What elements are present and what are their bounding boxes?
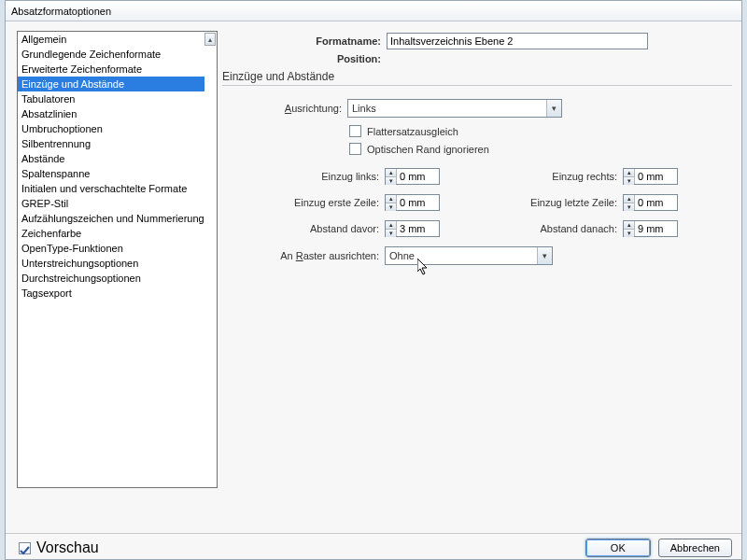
ausrichtung-value: Links [348,103,546,114]
sidebar-item-label: Tabulatoren [21,93,76,105]
spin-down-icon[interactable]: ▾ [386,176,396,185]
sidebar-item-label: Allgemein [21,34,66,45]
sidebar-item-label: Silbentrennung [21,138,91,149]
titlebar: Absatzformatoptionen [6,1,741,21]
spin-up-icon[interactable]: ▴ [624,195,634,203]
sidebar-item-umbruchoptionen[interactable]: Umbruchoptionen [18,121,204,136]
formatname-input[interactable] [387,33,648,49]
vorschau-label: Vorschau [36,539,99,556]
sidebar-item-aufzaehlung[interactable]: Aufzählungszeichen und Nummerierung [18,211,204,226]
sidebar-item-zeichenfarbe[interactable]: Zeichenfarbe [18,226,204,241]
sidebar-item-label: Unterstreichungsoptionen [21,258,138,269]
sidebar-item-allgemein[interactable]: Allgemein [18,32,204,47]
optischer-rand-label: Optischen Rand ignorieren [367,144,489,155]
flattersatz-label: Flattersatzausgleich [367,126,458,137]
spin-down-icon[interactable]: ▾ [386,203,396,211]
sidebar-item-label: Einzüge und Abstände [21,78,124,90]
category-listbox[interactable]: ▴ Allgemein Grundlegende Zeichenformate … [17,31,218,488]
spin-down-icon[interactable]: ▾ [624,203,634,211]
chevron-down-icon: ▾ [537,247,552,264]
sidebar-item-label: Absatzlinien [21,108,77,119]
sidebar-item-label: GREP-Stil [21,198,68,209]
sidebar-item-tabulatoren[interactable]: Tabulatoren [18,91,204,106]
sidebar-item-label: Durchstreichungsoptionen [21,273,141,284]
spin-up-icon[interactable]: ▴ [386,221,396,229]
abstand-danach-label: Abstand danach: [440,223,617,234]
cancel-button[interactable]: Abbrechen [658,539,732,557]
raster-label: An Raster ausrichten: [222,250,379,261]
sidebar-item-label: Umbruchoptionen [21,123,103,134]
sidebar-item-label: Erweiterte Zeichenformate [21,63,142,75]
sidebar-item-label: Spaltenspanne [21,168,90,179]
einzug-links-input[interactable] [397,169,439,184]
optischer-rand-checkbox[interactable]: Optischen Rand ignorieren [349,143,489,155]
scroll-up-icon[interactable]: ▴ [204,33,216,46]
einzug-rechts-input[interactable] [635,169,677,184]
ausrichtung-label: Ausrichtung: [222,103,342,114]
sidebar: ▴ Allgemein Grundlegende Zeichenformate … [6,21,217,533]
sidebar-item-label: Initialen und verschachtelte Formate [21,183,187,194]
einzug-rechts-spin[interactable]: ▴▾ [623,168,678,185]
dialog-footer: Vorschau OK Abbrechen [6,533,741,559]
sidebar-item-grund-zeichen[interactable]: Grundlegende Zeichenformate [18,47,204,62]
main-panel: Formatname: Position: Einzüge und Abstän… [217,21,741,533]
abstand-danach-input[interactable] [635,221,677,236]
einzug-erste-input[interactable] [397,195,439,210]
abstand-davor-input[interactable] [397,221,439,236]
spin-down-icon[interactable]: ▾ [624,229,634,237]
einzug-links-spin[interactable]: ▴▾ [385,168,440,185]
ausrichtung-combo[interactable]: Links ▾ [347,99,562,118]
checkbox-icon [19,542,31,554]
spin-up-icon[interactable]: ▴ [386,169,396,176]
einzug-erste-spin[interactable]: ▴▾ [385,194,440,211]
section-divider [222,85,732,86]
position-label: Position: [222,53,381,64]
spin-down-icon[interactable]: ▾ [386,229,396,237]
spin-up-icon[interactable]: ▴ [624,221,634,229]
einzug-letzte-spin[interactable]: ▴▾ [623,194,678,211]
checkbox-icon [349,143,361,155]
spin-up-icon[interactable]: ▴ [386,195,396,203]
einzug-erste-label: Einzug erste Zeile: [222,197,379,208]
sidebar-item-einzuege-abstaende[interactable]: Einzüge und Abstände [18,77,204,91]
sidebar-item-label: Aufzählungszeichen und Nummerierung [21,213,204,224]
sidebar-item-opentype[interactable]: OpenType-Funktionen [18,241,204,256]
sidebar-item-grep-stil[interactable]: GREP-Stil [18,196,204,211]
sidebar-item-label: Tagsexport [21,287,72,299]
raster-combo[interactable]: Ohne ▾ [385,246,553,265]
dialog-window: Absatzformatoptionen ▴ Allgemein Grundle… [5,0,742,560]
section-title: Einzüge und Abstände [222,70,732,83]
einzug-letzte-label: Einzug letzte Zeile: [440,197,617,208]
window-title: Absatzformatoptionen [11,6,111,17]
einzug-links-label: Einzug links: [222,171,379,182]
check-icon [20,546,30,556]
sidebar-item-label: Zeichenfarbe [21,228,81,239]
ok-button[interactable]: OK [585,539,651,557]
sidebar-item-label: OpenType-Funktionen [21,243,123,254]
sidebar-item-tagsexport[interactable]: Tagsexport [18,286,204,301]
sidebar-item-durchstreichung[interactable]: Durchstreichungsoptionen [18,271,204,286]
einzug-letzte-input[interactable] [635,195,677,210]
sidebar-item-silbentrennung[interactable]: Silbentrennung [18,136,204,151]
sidebar-item-spaltenspanne[interactable]: Spaltenspanne [18,166,204,181]
raster-value: Ohne [386,250,537,261]
abstand-danach-spin[interactable]: ▴▾ [623,220,678,237]
vorschau-checkbox[interactable]: Vorschau [19,539,99,556]
abstand-davor-spin[interactable]: ▴▾ [385,220,440,237]
flattersatz-checkbox[interactable]: Flattersatzausgleich [349,125,458,137]
abstand-davor-label: Abstand davor: [222,223,379,234]
sidebar-item-label: Grundlegende Zeichenformate [21,49,161,60]
sidebar-item-abstaende[interactable]: Abstände [18,151,204,166]
sidebar-item-absatzlinien[interactable]: Absatzlinien [18,106,204,121]
spin-down-icon[interactable]: ▾ [624,176,634,185]
sidebar-item-unterstreichung[interactable]: Unterstreichungsoptionen [18,256,204,271]
chevron-down-icon: ▾ [546,100,561,117]
checkbox-icon [349,125,361,137]
einzug-rechts-label: Einzug rechts: [440,171,617,182]
spin-up-icon[interactable]: ▴ [624,169,634,176]
sidebar-item-label: Abstände [21,153,64,164]
sidebar-item-initialen[interactable]: Initialen und verschachtelte Formate [18,181,204,196]
formatname-label: Formatname: [222,35,381,47]
sidebar-item-erw-zeichen[interactable]: Erweiterte Zeichenformate [18,62,204,77]
